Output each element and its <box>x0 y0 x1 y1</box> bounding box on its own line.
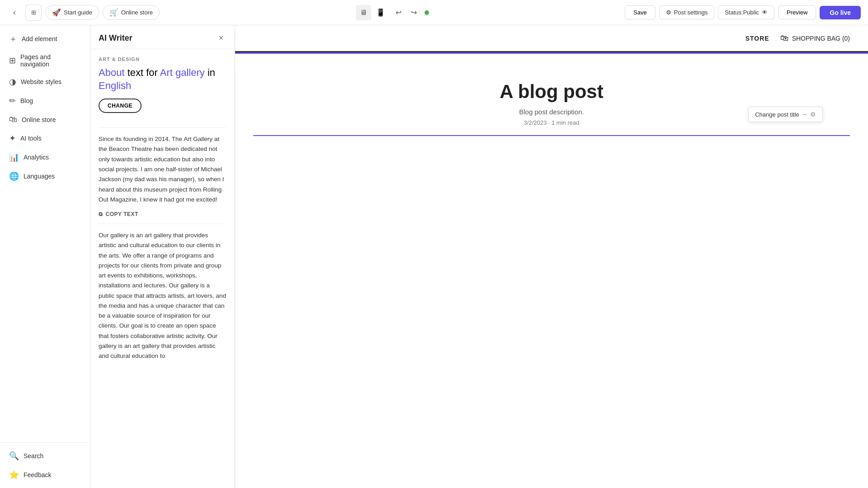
tooltip-minimize-button[interactable]: − <box>803 111 807 118</box>
analytics-icon: 📊 <box>9 152 19 162</box>
start-guide-button[interactable]: 🚀 Start guide <box>45 5 99 20</box>
status-eye-icon: 👁 <box>762 9 768 16</box>
online-store-sidebar-label: Online store <box>22 116 56 123</box>
sidebar-item-feedback[interactable]: ⭐ Feedback <box>2 465 88 484</box>
preview-button[interactable]: Preview <box>778 5 816 19</box>
tooltip-settings-button[interactable]: ⚙ <box>810 111 816 118</box>
online-store-sidebar-icon: 🛍 <box>9 115 17 124</box>
ai-tools-label: AI tools <box>20 135 42 142</box>
sidebar-item-blog[interactable]: ✏ Blog <box>2 91 88 110</box>
shopping-bag-label: SHOPPING BAG (0) <box>792 35 850 42</box>
ai-panel-title: AI Writer <box>99 33 132 43</box>
online-store-icon: 🛒 <box>109 8 118 17</box>
sidebar-bottom: 🔍 Search ⭐ Feedback <box>0 442 90 484</box>
status-indicator <box>425 10 429 15</box>
subject-in: in <box>208 67 215 78</box>
blog-label: Blog <box>20 97 33 104</box>
sidebar-item-ai-tools[interactable]: ✦ AI tools <box>2 129 88 148</box>
feedback-icon: ⭐ <box>9 470 19 480</box>
online-store-label: Online store <box>121 9 153 16</box>
ai-text-block-2: Our gallery is an art gallery that provi… <box>99 230 226 361</box>
shopping-bag[interactable]: 🛍 SHOPPING BAG (0) <box>780 33 850 43</box>
status-button[interactable]: Status:Public 👁 <box>718 5 774 19</box>
desktop-device-button[interactable]: 🖥 <box>356 5 371 20</box>
subject-art-gallery: Art gallery <box>160 67 205 78</box>
sidebar-item-search[interactable]: 🔍 Search <box>2 446 88 465</box>
add-element-label: Add element <box>22 35 57 42</box>
redo-button[interactable]: ↪ <box>407 6 421 19</box>
topbar-center: 🖥 📱 ↩ ↪ <box>163 5 621 20</box>
undo-button[interactable]: ↩ <box>392 6 406 19</box>
canvas-area: STORE 🛍 SHOPPING BAG (0) A blog post Blo… <box>235 25 868 488</box>
subject-text-for: text for <box>127 67 160 78</box>
blog-content: A blog post Blog post description. 3/2/2… <box>235 54 868 154</box>
change-post-title-label: Change post title <box>755 111 799 118</box>
ai-writer-panel: AI Writer × ART & DESIGN About text for … <box>90 25 235 488</box>
golive-button[interactable]: Go live <box>820 6 861 19</box>
ai-divider1 <box>99 127 226 128</box>
ai-tools-icon: ✦ <box>9 133 16 143</box>
post-settings-button[interactable]: ⚙ Post settings <box>659 5 714 19</box>
grid-button[interactable]: ⊞ <box>25 5 42 21</box>
store-header: STORE 🛍 SHOPPING BAG (0) <box>235 25 868 52</box>
device-buttons: 🖥 📱 <box>356 5 388 20</box>
back-button[interactable]: ‹ <box>7 5 22 20</box>
start-guide-icon: 🚀 <box>52 8 61 17</box>
canvas-page: STORE 🛍 SHOPPING BAG (0) A blog post Blo… <box>235 25 868 488</box>
back-icon: ‹ <box>13 8 16 17</box>
grid-icon: ⊞ <box>31 9 36 16</box>
copy-text-button[interactable]: ⧉ COPY TEXT <box>99 211 138 217</box>
languages-label: Languages <box>24 173 55 180</box>
ai-divider2 <box>99 224 226 224</box>
topbar: ‹ ⊞ 🚀 Start guide 🛒 Online store 🖥 📱 ↩ ↪… <box>0 0 868 25</box>
online-store-button[interactable]: 🛒 Online store <box>103 5 160 20</box>
ai-panel-body: ART & DESIGN About text for Art gallery … <box>90 49 235 488</box>
topbar-left: ‹ ⊞ 🚀 Start guide 🛒 Online store <box>7 5 160 21</box>
pages-navigation-label: Pages and navigation <box>20 53 81 68</box>
search-label: Search <box>24 452 43 460</box>
start-guide-label: Start guide <box>64 9 92 16</box>
left-sidebar: ＋ Add element ⊞ Pages and navigation ◑ W… <box>0 25 90 488</box>
feedback-label: Feedback <box>24 471 51 479</box>
save-button[interactable]: Save <box>625 5 656 19</box>
search-icon: 🔍 <box>9 451 19 461</box>
subject-about: About <box>99 67 125 78</box>
sidebar-item-add-element[interactable]: ＋ Add element <box>2 29 88 49</box>
blog-icon: ✏ <box>9 96 16 106</box>
pages-navigation-icon: ⊞ <box>9 56 16 66</box>
sidebar-item-website-styles[interactable]: ◑ Website styles <box>2 72 88 91</box>
sidebar-item-online-store[interactable]: 🛍 Online store <box>2 110 88 129</box>
blog-meta: 3/2/2023 · 1 min read <box>524 119 580 126</box>
ai-panel-header: AI Writer × <box>90 25 235 49</box>
ai-subject-line: About text for Art gallery in English <box>99 66 226 92</box>
change-button[interactable]: CHANGE <box>99 99 142 113</box>
website-styles-icon: ◑ <box>9 77 16 87</box>
sidebar-item-pages-navigation[interactable]: ⊞ Pages and navigation <box>2 49 88 72</box>
languages-icon: 🌐 <box>9 171 19 181</box>
status-label: Status:Public <box>725 9 759 16</box>
analytics-label: Analytics <box>24 154 49 161</box>
ai-text-block-1: Since its founding in 2014, The Art Gall… <box>99 134 226 205</box>
bag-icon: 🛍 <box>780 33 788 43</box>
subject-english: English <box>99 80 131 91</box>
topbar-right: Save ⚙ Post settings Status:Public 👁 Pre… <box>625 5 861 19</box>
ai-panel-close-button[interactable]: × <box>216 33 226 43</box>
website-styles-label: Website styles <box>21 78 61 85</box>
copy-icon: ⧉ <box>99 211 103 217</box>
add-element-icon: ＋ <box>9 33 17 44</box>
change-post-title-tooltip: Change post title − ⚙ <box>748 107 823 122</box>
mobile-device-button[interactable]: 📱 <box>373 5 388 20</box>
copy-text-label: COPY TEXT <box>106 211 138 217</box>
sidebar-item-languages[interactable]: 🌐 Languages <box>2 167 88 186</box>
post-settings-label: Post settings <box>674 9 708 16</box>
store-link[interactable]: STORE <box>745 35 769 42</box>
post-settings-icon: ⚙ <box>666 9 671 16</box>
sidebar-item-analytics[interactable]: 📊 Analytics <box>2 148 88 167</box>
blog-description: Blog post description. <box>519 108 584 116</box>
ai-category: ART & DESIGN <box>99 56 226 62</box>
blog-separator <box>253 135 850 136</box>
undo-redo-group: ↩ ↪ <box>392 6 421 19</box>
main-area: ＋ Add element ⊞ Pages and navigation ◑ W… <box>0 25 868 488</box>
blog-title: A blog post <box>500 81 603 103</box>
